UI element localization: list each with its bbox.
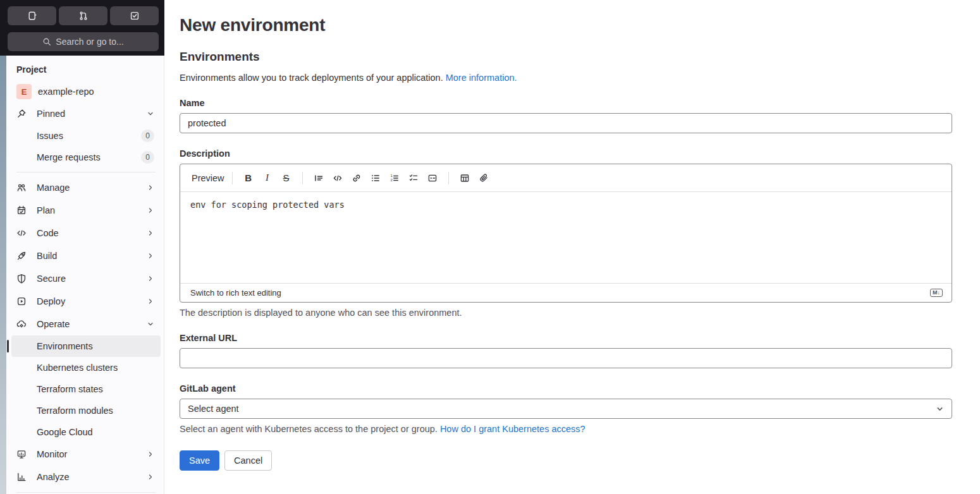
issues-count-badge: 0 [141,130,154,142]
description-helper-text: The description is displayed to anyone w… [180,308,952,318]
switch-rich-text-button[interactable]: Switch to rich text editing [190,288,281,298]
project-avatar: E [16,84,32,99]
strikethrough-button[interactable]: S [278,170,295,186]
preview-tab[interactable]: Preview [190,171,226,186]
form-actions: Save Cancel [180,450,952,471]
sidebar: Search or go to... Project E example-rep… [0,0,164,494]
sidebar-item-label: Terraform modules [37,406,154,416]
cancel-button[interactable]: Cancel [224,450,272,471]
sidebar-item-analyze[interactable]: Analyze [11,466,161,488]
toolbar-separator [302,172,303,184]
bold-button[interactable]: B [240,170,257,186]
italic-button[interactable]: I [259,170,276,186]
external-url-input[interactable] [180,348,952,368]
sidebar-item-label: Pinned [37,109,147,119]
sidebar-item-label: Operate [37,319,147,329]
sidebar-item-label: Terraform states [37,384,154,394]
agent-helper-sentence: Select an agent with Kubernetes access t… [180,424,440,434]
svg-text:1: 1 [390,174,392,178]
sidebar-item-terraform-states[interactable]: Terraform states [11,378,161,400]
section-title: Environments [180,50,952,64]
editor-toolbar: Preview B I S 12 [180,164,952,192]
code-icon [333,173,343,183]
main-content: New environment Environments Environment… [164,0,980,494]
agent-select[interactable]: Select agent [180,399,952,419]
sidebar-item-kubernetes-clusters[interactable]: Kubernetes clusters [11,357,161,378]
chevron-right-icon [147,229,154,237]
save-button[interactable]: Save [180,450,219,471]
monitor-icon [16,449,27,459]
sidebar-body: Project E example-repo Pinned Issu [0,56,164,494]
sidebar-item-build[interactable]: Build [11,244,161,267]
details-block-button[interactable] [424,170,441,186]
sidebar-item-merge-requests[interactable]: Merge requests 0 [11,147,161,168]
chevron-down-icon [936,405,944,413]
markdown-editor: Preview B I S 12 [180,164,952,303]
link-icon [352,173,362,183]
numbered-list-button[interactable]: 12 [386,170,403,186]
chevron-right-icon [147,252,154,260]
sidebar-item-issues[interactable]: Issues 0 [11,125,161,147]
chevron-down-icon [147,320,154,328]
external-url-label: External URL [180,333,952,343]
markdown-icon[interactable]: M↓ [930,289,943,298]
link-button[interactable] [348,170,365,186]
project-row[interactable]: E example-repo [11,81,161,102]
quote-button[interactable] [310,170,327,186]
todo-shortcut-button[interactable] [110,6,159,25]
sidebar-item-terraform-modules[interactable]: Terraform modules [11,400,161,421]
description-label: Description [180,148,952,159]
issues-icon [27,11,37,21]
code-button[interactable] [329,170,346,186]
sidebar-item-pinned[interactable]: Pinned [11,102,161,125]
todo-check-icon [130,11,140,21]
sidebar-item-code[interactable]: Code [11,222,161,244]
table-button[interactable] [456,170,473,186]
sidebar-item-monitor[interactable]: Monitor [11,443,161,466]
issues-shortcut-button[interactable] [8,6,56,25]
shortcut-bar [8,6,159,25]
sidebar-item-label: Issues [37,131,141,141]
sidebar-item-environments[interactable]: Environments [11,335,161,357]
bullet-list-button[interactable] [367,170,384,186]
kubernetes-access-link[interactable]: How do I grant Kubernetes access? [440,424,585,434]
more-information-link[interactable]: More information. [446,73,517,83]
chevron-right-icon [147,298,154,305]
sidebar-item-manage[interactable]: Manage [11,176,161,199]
sidebar-item-plan[interactable]: Plan [11,199,161,222]
gitlab-app: Search or go to... Project E example-rep… [0,0,980,494]
sidebar-item-label: Merge requests [37,152,141,162]
sidebar-item-google-cloud[interactable]: Google Cloud [11,421,161,443]
sidebar-divider [16,492,156,493]
sidebar-item-label: Environments [37,341,154,351]
sidebar-item-operate[interactable]: Operate [11,313,161,335]
gitlab-agent-label: GitLab agent [180,383,952,394]
sidebar-item-deploy[interactable]: Deploy [11,290,161,313]
paperclip-icon [479,173,489,183]
description-textarea[interactable] [180,192,952,283]
sidebar-item-label: Secure [37,274,147,284]
project-section-label: Project [11,56,161,81]
attach-file-button[interactable] [475,170,492,186]
cloud-gear-icon [16,319,27,329]
task-list-button[interactable] [405,170,422,186]
agent-helper-text: Select an agent with Kubernetes access t… [180,424,952,434]
bullet-list-icon [371,173,381,183]
people-icon [16,183,27,193]
merge-requests-shortcut-button[interactable] [59,6,107,25]
rocket-icon [16,251,27,261]
sidebar-item-label: Kubernetes clusters [37,363,154,373]
sidebar-item-label: Code [37,228,147,238]
sidebar-item-label: Monitor [37,449,147,459]
merge-requests-count-badge: 0 [141,151,154,164]
calendar-icon [16,205,27,215]
toolbar-separator [448,172,449,184]
sidebar-header: Search or go to... [0,0,164,56]
code-icon [16,228,27,238]
search-input[interactable]: Search or go to... [8,32,159,51]
svg-text:2: 2 [390,178,392,182]
name-input[interactable] [180,113,952,133]
sidebar-item-label: Analyze [37,472,147,482]
agent-select-value: Select agent [188,404,239,414]
sidebar-item-secure[interactable]: Secure [11,267,161,290]
